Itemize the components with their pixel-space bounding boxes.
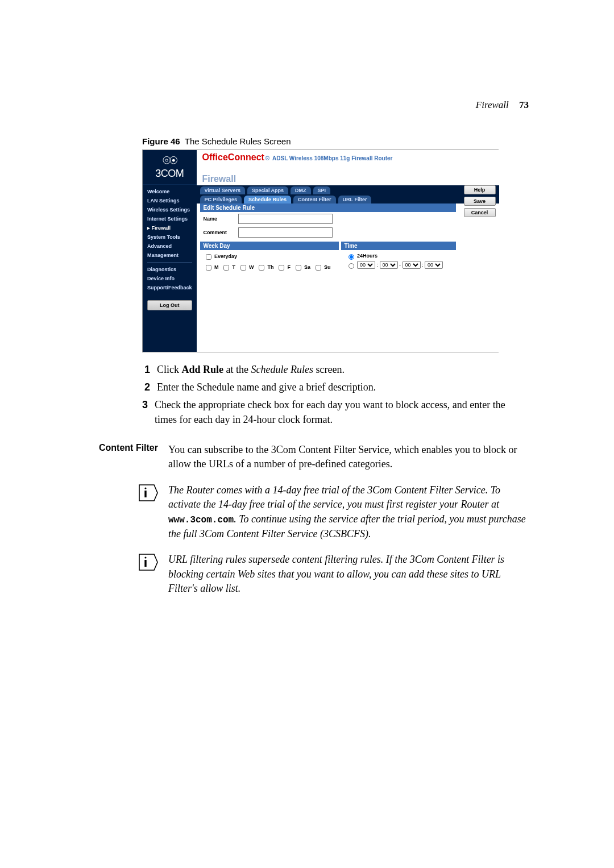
product-sub: ADSL Wireless 108Mbps 11g Firewall Route… [272, 155, 392, 161]
tab-content-filter[interactable]: Content Filter [293, 196, 336, 203]
list-item: 2 Enter the Schedule name and give a bri… [142, 380, 529, 394]
brand-logo: ⦾⦿ 3COM [143, 150, 197, 185]
help-button[interactable]: Help [464, 185, 496, 194]
nav-primary: Welcome LAN Settings Wireless Settings I… [143, 185, 197, 294]
name-input[interactable] [238, 214, 333, 224]
time-from-h[interactable]: 00 [357, 261, 375, 269]
nav-device-info[interactable]: Device Info [143, 274, 197, 283]
day-option[interactable]: Th [256, 264, 275, 270]
running-header: Firewall 73 [85, 99, 529, 111]
day-option[interactable]: W [238, 264, 256, 270]
section-name: Firewall [476, 99, 509, 110]
svg-marker-3 [139, 554, 157, 570]
svg-point-4 [144, 557, 146, 559]
svg-rect-2 [144, 491, 146, 497]
nav-internet-settings[interactable]: Internet Settings [143, 214, 197, 223]
brand-bar: OfficeConnect® ADSL Wireless 108Mbps 11g… [197, 150, 499, 174]
time-header: Time [341, 242, 456, 250]
steps-list: 1 Click Add Rule at the Schedule Rules s… [142, 363, 529, 427]
day-option[interactable]: F [276, 264, 292, 270]
nav-lan-settings[interactable]: LAN Settings [143, 196, 197, 205]
day-option[interactable]: Sa [293, 264, 312, 270]
svg-point-1 [144, 487, 146, 489]
info-text: The Router comes with a 14-day free tria… [168, 483, 529, 541]
logout-button[interactable]: Log Out [147, 300, 192, 310]
info-note: URL filtering rules supersede content fi… [85, 553, 529, 596]
nav-welcome[interactable]: Welcome [143, 187, 197, 196]
time-to-h[interactable]: 00 [403, 261, 421, 269]
day-option[interactable]: Su [313, 264, 331, 270]
day-checkbox[interactable] [259, 265, 264, 271]
tab-special-apps[interactable]: Special Apps [247, 186, 288, 194]
time-from-m[interactable]: 00 [380, 261, 398, 269]
tab-spi[interactable]: SPI [313, 186, 331, 194]
brand-icon: ⦾⦿ [163, 155, 176, 167]
app-main: OfficeConnect® ADSL Wireless 108Mbps 11g… [197, 150, 499, 352]
nav-diagnostics[interactable]: Diagnostics [143, 265, 197, 274]
comment-label: Comment [204, 230, 235, 235]
time-range-radio[interactable] [349, 263, 354, 269]
save-button[interactable]: Save [464, 197, 496, 206]
svg-marker-0 [139, 485, 157, 501]
day-option[interactable]: T [221, 264, 237, 270]
days-row: M T W Th F Sa Su [204, 264, 332, 270]
day-option[interactable]: M [204, 264, 221, 270]
product-name: OfficeConnect [202, 152, 264, 162]
time-24h-option[interactable]: 24Hours [346, 252, 443, 260]
tab-schedule-rules[interactable]: Schedule Rules [244, 196, 291, 203]
cancel-button[interactable]: Cancel [464, 208, 496, 217]
day-checkbox[interactable] [240, 265, 246, 271]
nav-support[interactable]: Support/Feedback [143, 283, 197, 292]
day-checkbox[interactable] [206, 265, 211, 271]
time-range-option[interactable]: 00 : 00 - 00 : 00 [346, 261, 443, 269]
everyday-checkbox[interactable] [206, 254, 211, 260]
breadcrumb: Firewall [197, 174, 499, 185]
nav-firewall[interactable]: Firewall [143, 223, 197, 232]
time-to-m[interactable]: 00 [425, 261, 443, 269]
section-body: You can subscribe to the 3Com Content Fi… [168, 443, 529, 472]
everyday-option[interactable]: Everyday [204, 252, 338, 261]
nav-system-tools[interactable]: System Tools [143, 232, 197, 242]
brand-text: 3COM [155, 168, 184, 180]
app-sidebar: ⦾⦿ 3COM Welcome LAN Settings Wireless Se… [143, 150, 197, 352]
tab-pc-privileges[interactable]: PC Privileges [200, 196, 242, 203]
svg-rect-5 [144, 560, 146, 567]
time-24h-radio[interactable] [349, 254, 354, 260]
info-note: The Router comes with a 14-day free tria… [85, 483, 529, 541]
figure-caption: Figure 46 The Schedule Rules Screen [142, 136, 529, 146]
info-text: URL filtering rules supersede content fi… [168, 553, 529, 596]
tabs: Virtual Servers Special Apps DMZ SPI PC … [197, 185, 499, 203]
nav-management[interactable]: Management [143, 251, 197, 260]
tab-virtual-servers[interactable]: Virtual Servers [200, 186, 245, 194]
list-item: 1 Click Add Rule at the Schedule Rules s… [142, 363, 529, 377]
info-icon [85, 553, 158, 596]
section-heading: Content Filter [85, 443, 158, 472]
weekday-header: Week Day [200, 242, 339, 250]
screenshot: ⦾⦿ 3COM Welcome LAN Settings Wireless Se… [142, 149, 499, 352]
content-filter-section: Content Filter You can subscribe to the … [85, 443, 529, 472]
day-checkbox[interactable] [296, 265, 301, 271]
page-number: 73 [519, 99, 529, 110]
panel-title: Edit Schedule Rule [200, 203, 456, 212]
day-checkbox[interactable] [279, 265, 284, 271]
nav-wireless-settings[interactable]: Wireless Settings [143, 205, 197, 214]
tab-dmz[interactable]: DMZ [291, 186, 311, 194]
name-label: Name [204, 216, 235, 222]
nav-separator [147, 262, 192, 263]
day-checkbox[interactable] [316, 265, 321, 271]
tab-url-filter[interactable]: URL Filter [338, 196, 372, 203]
day-checkbox[interactable] [223, 265, 229, 271]
comment-input[interactable] [238, 227, 333, 238]
nav-advanced[interactable]: Advanced [143, 242, 197, 251]
list-item: 3 Check the appropriate check box for ea… [142, 398, 529, 426]
info-icon [85, 483, 158, 541]
